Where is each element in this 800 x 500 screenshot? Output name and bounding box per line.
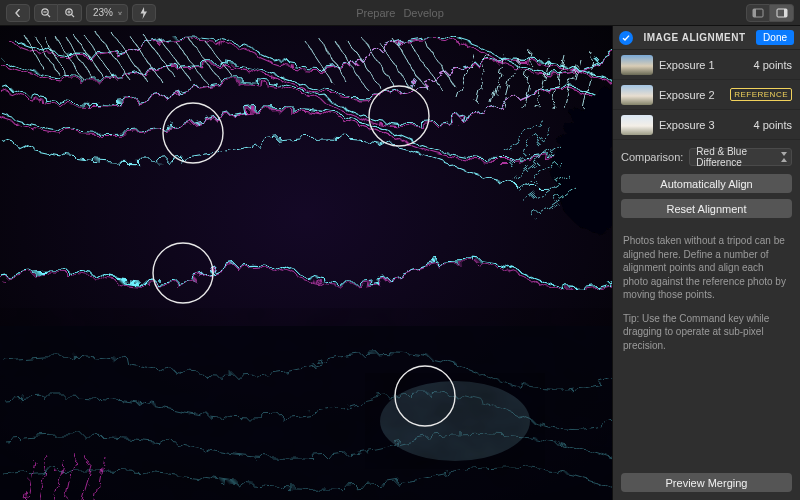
zoom-in-button[interactable] [58,4,82,22]
comparison-row: Comparison: Red & Blue Difference [613,140,800,174]
preview-image [0,26,612,500]
help-paragraph-2: Tip: Use the Command key while dragging … [623,312,790,353]
panel-header: IMAGE ALIGNMENT Done [613,26,800,50]
exposure-thumbnail [621,55,653,75]
reference-badge: REFERENCE [730,88,792,101]
check-icon [619,31,633,45]
exposure-label: Exposure 2 [659,89,724,101]
comparison-select[interactable]: Red & Blue Difference [689,148,792,166]
exposure-label: Exposure 3 [659,119,747,131]
help-text: Photos taken without a tripod can be ali… [613,224,800,352]
auto-align-button[interactable]: Automatically Align [621,174,792,193]
alignment-panel: IMAGE ALIGNMENT Done Exposure 14 pointsE… [612,26,800,500]
tab-prepare[interactable]: Prepare [356,7,395,19]
exposure-row[interactable]: Exposure 14 points [613,50,800,80]
exposure-thumbnail [621,85,653,105]
workspace: IMAGE ALIGNMENT Done Exposure 14 pointsE… [0,26,800,500]
help-paragraph-1: Photos taken without a tripod can be ali… [623,234,790,302]
view-toggle-group [746,4,794,22]
comparison-label: Comparison: [621,151,683,163]
zoom-group [34,4,82,22]
titlebar: 23% Prepare Develop [0,0,800,26]
bolt-icon [139,7,149,19]
exposure-points: 4 points [753,59,792,71]
exposure-list: Exposure 14 pointsExposure 2REFERENCEExp… [613,50,800,140]
svg-rect-5 [784,9,787,17]
zoom-level-value: 23% [93,7,113,18]
panel-title: IMAGE ALIGNMENT [633,32,756,43]
done-button[interactable]: Done [756,30,794,45]
tab-develop[interactable]: Develop [403,7,443,19]
zoom-level-select[interactable]: 23% [86,4,128,22]
zoom-out-button[interactable] [34,4,58,22]
exposure-row[interactable]: Exposure 2REFERENCE [613,80,800,110]
svg-rect-3 [753,9,756,17]
mode-tabs: Prepare Develop [356,7,444,19]
panel-toggle[interactable] [770,4,794,22]
exposure-label: Exposure 1 [659,59,747,71]
exposure-row[interactable]: Exposure 34 points [613,110,800,140]
nav-zoom-group [6,4,30,22]
bolt-button[interactable] [132,4,156,22]
preview-merging-button[interactable]: Preview Merging [621,473,792,492]
comparison-value: Red & Blue Difference [696,146,775,168]
info-toggle[interactable] [746,4,770,22]
exposure-thumbnail [621,115,653,135]
back-button[interactable] [6,4,30,22]
image-canvas[interactable] [0,26,612,500]
reset-align-button[interactable]: Reset Alignment [621,199,792,218]
right-toolbar [746,4,794,22]
exposure-points: 4 points [753,119,792,131]
